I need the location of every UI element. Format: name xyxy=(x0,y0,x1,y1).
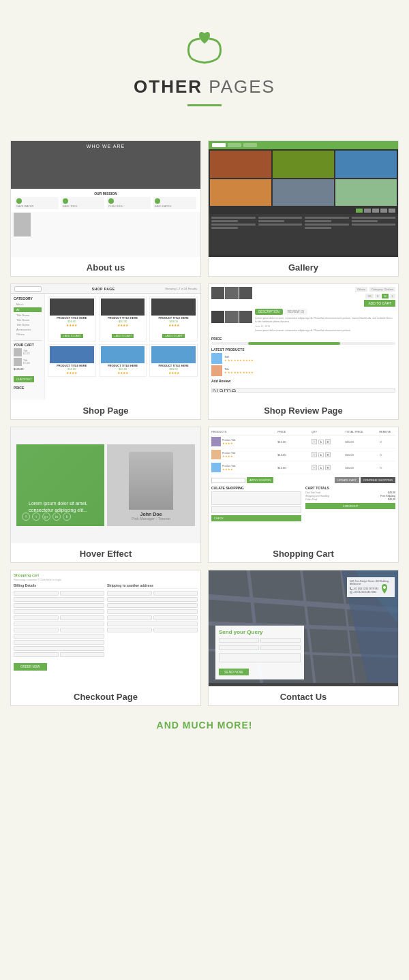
shop-review-label: Shop Review Page xyxy=(209,400,398,419)
product-item-3: PRODUCT TITLE HERE $50.00 ★★★★ + ADD TO … xyxy=(149,296,198,341)
sidebar-accessories: Accessories xyxy=(14,328,42,331)
pages-grid: WHO WE ARE OUR MISSION SAVE WATER SAVE T… xyxy=(0,134,409,713)
about-top-label: WHO WE ARE xyxy=(87,144,125,149)
gallery-preview xyxy=(209,141,398,257)
facebook-icon: f xyxy=(22,512,30,521)
linkedin-icon: li xyxy=(63,512,71,521)
product-item-1: PRODUCT TITLE HERE $50.00 ★★★★ + ADD TO … xyxy=(48,296,96,341)
checkout-label: Checkout Page xyxy=(11,686,200,705)
and-more-text: AND MUCH MORE! xyxy=(0,713,409,744)
hover-card-person: John Doe Pink Manager - Toronto xyxy=(107,444,195,526)
contact-email[interactable] xyxy=(219,645,259,650)
sidebar-title3: Title Name xyxy=(14,323,42,326)
send-now-btn[interactable]: SEND NOW xyxy=(219,669,249,675)
product-item-4: PRODUCT TITLE HERE $50.00 ★★★★ xyxy=(48,344,96,377)
cart-row-1: Product Title★★★★ $15.00 -1+ $15.00 × xyxy=(211,437,395,448)
shop-review-card[interactable]: Others Category: Clothes XS S M L ADD TO… xyxy=(208,284,399,420)
gallery-card[interactable]: Gallery xyxy=(208,140,399,277)
cart-checkout-btn[interactable]: CHECKOUT xyxy=(305,503,395,509)
product-item-6: PRODUCT TITLE HERE $50.00 ★★★★ xyxy=(149,344,198,377)
shop-search-bar xyxy=(14,286,42,292)
shop-page-title-label: SHOP PAGE xyxy=(92,287,115,291)
sidebar-title2: Title Name xyxy=(14,318,42,322)
about-us-preview: WHO WE ARE OUR MISSION SAVE WATER SAVE T… xyxy=(11,141,200,257)
about-person-image xyxy=(14,213,31,236)
sidebar-all: All xyxy=(14,307,42,312)
checkout-page-card[interactable]: Shopping cart Returning customer? Click … xyxy=(10,570,201,706)
shopping-cart-preview: PRODUCTS PRICE QTY TOTAL PRICE REMOVE Pr… xyxy=(209,427,398,543)
add-to-cart-2[interactable]: + ADD TO CART xyxy=(112,334,134,338)
add-to-cart-3[interactable]: + ADD TO CART xyxy=(162,334,184,338)
product-item-5: PRODUCT TITLE HERE $50.00 ★★★★ xyxy=(99,344,147,377)
shipping-section: Shipping to another address xyxy=(107,583,198,658)
order-now-btn[interactable]: ORDER NOW xyxy=(14,663,47,671)
shop-results-count: Showing 1-7 of 24 Results xyxy=(165,287,197,290)
cart-row-3: Product Title★★★★ $15.00 -1+ $15.00 × xyxy=(211,463,395,474)
shop-products-grid: PRODUCT TITLE HERE $50.00 ★★★★ + ADD TO … xyxy=(45,294,200,400)
add-to-cart-1[interactable]: + ADD TO CART xyxy=(61,334,82,338)
contact-info-box: 123, Tom Bridge Street, 400 Building, Me… xyxy=(347,577,395,597)
contact-message[interactable] xyxy=(219,653,301,662)
page-title: OTHER PAGES xyxy=(14,76,395,97)
contact-firstname[interactable] xyxy=(219,638,259,643)
checkout-page-preview: Shopping cart Returning customer? Click … xyxy=(11,570,200,686)
about-us-label: About us xyxy=(11,257,200,276)
hover-effect-label: Hover Effect xyxy=(11,543,200,562)
shop-sidebar: CATEGORY Men's All Title Name Title Name… xyxy=(11,294,45,400)
instagram-icon: in xyxy=(52,512,61,521)
sidebar-title1: Title Name xyxy=(14,313,42,317)
sidebar-others: Others xyxy=(14,333,42,336)
apply-coupon-btn[interactable]: APPLY COUPON xyxy=(247,477,273,483)
shopping-cart-card[interactable]: PRODUCTS PRICE QTY TOTAL PRICE REMOVE Pr… xyxy=(208,427,399,563)
mission-label: OUR MISSION xyxy=(15,192,196,196)
continue-shopping-btn[interactable]: CONTINUE SHOPPING xyxy=(361,477,395,483)
product-item-2: PRODUCT TITLE HERE $50.00 ★★★★ + ADD TO … xyxy=(99,296,147,341)
sidebar-mens: Men's xyxy=(14,303,42,306)
billing-section: Billing Details xyxy=(14,583,104,658)
shop-page-preview: SHOP PAGE Showing 1-7 of 24 Results CATE… xyxy=(11,284,200,400)
coupon-input[interactable] xyxy=(211,478,245,483)
contact-us-card[interactable]: Send your Query SEND NOW 123, Tom Bridge… xyxy=(208,570,399,706)
review-name-input[interactable] xyxy=(211,388,395,393)
google-icon: g+ xyxy=(42,512,50,521)
sidebar-checkout-btn[interactable]: CHECKOUT xyxy=(14,376,34,382)
contact-us-label: Contact Us xyxy=(209,686,398,705)
shop-page-label: Shop Page xyxy=(11,400,200,419)
gallery-label: Gallery xyxy=(209,257,398,276)
shop-review-preview: Others Category: Clothes XS S M L ADD TO… xyxy=(209,284,398,400)
hover-effect-card[interactable]: Lorem ipsum dolor sit amet, consectetur … xyxy=(10,427,201,563)
svg-point-7 xyxy=(383,586,386,589)
shopping-cart-label: Shopping Cart xyxy=(209,543,398,562)
cart-row-2: Product Title★★★★ $15.00 -1+ $15.00 × xyxy=(211,450,395,461)
contact-lastname[interactable] xyxy=(260,638,301,643)
title-divider xyxy=(187,104,222,106)
twitter-icon: t xyxy=(32,512,40,521)
contact-form-box: Send your Query SEND NOW xyxy=(215,626,304,679)
hover-card-green: Lorem ipsum dolor sit amet, consectetur … xyxy=(16,444,104,526)
charity-icon xyxy=(181,20,228,68)
contact-us-preview: Send your Query SEND NOW 123, Tom Bridge… xyxy=(209,570,398,686)
hover-effect-preview: Lorem ipsum dolor sit amet, consectetur … xyxy=(11,427,200,543)
page-header: OTHER PAGES xyxy=(0,0,409,134)
shop-page-card[interactable]: SHOP PAGE Showing 1-7 of 24 Results CATE… xyxy=(10,284,201,420)
contact-phone[interactable] xyxy=(260,645,301,650)
check-btn[interactable]: CHECK xyxy=(211,515,301,521)
about-us-card[interactable]: WHO WE ARE OUR MISSION SAVE WATER SAVE T… xyxy=(10,140,201,277)
update-cart-btn[interactable]: UPDATE CART xyxy=(335,477,359,483)
